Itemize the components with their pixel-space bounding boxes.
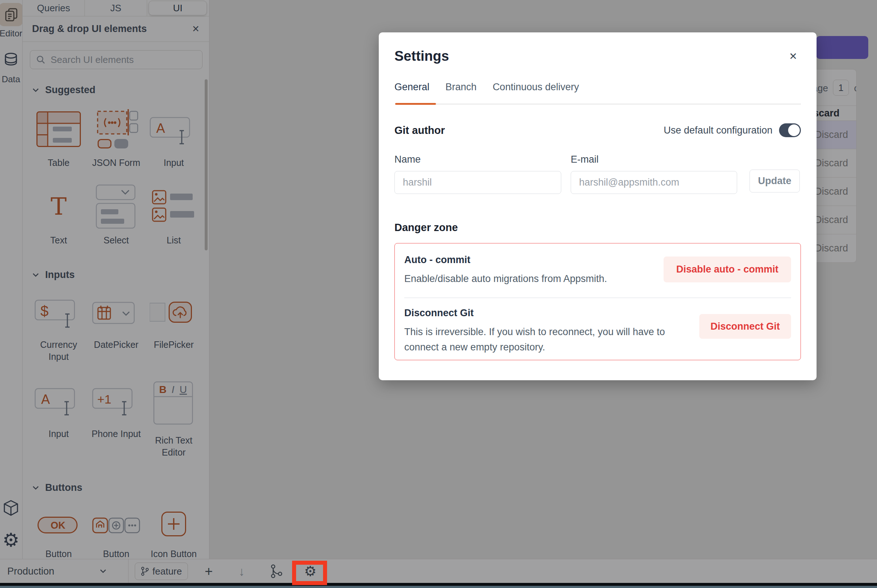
git-settings-modal: Settings ✕ General Branch Continuous del… [379, 32, 817, 380]
auto-commit-description: Enable/disable auto migrations from Apps… [404, 272, 607, 287]
disconnect-git-button[interactable]: Disconnect Git [699, 314, 791, 339]
toggle-knob [788, 124, 800, 136]
use-default-config-label: Use default configuration [663, 125, 772, 136]
tab-continuous-delivery[interactable]: Continuous delivery [493, 81, 579, 94]
appsmith-editor-screen: Page 1 of Discard Discard Discard Discar… [0, 0, 877, 588]
disable-auto-commit-button[interactable]: Disable auto - commit [663, 256, 791, 282]
danger-zone-heading: Danger zone [394, 222, 801, 234]
name-label: Name [394, 154, 561, 165]
danger-zone-box: Auto - commit Enable/disable auto migrat… [394, 243, 801, 360]
settings-tabs: General Branch Continuous delivery [394, 81, 801, 94]
use-default-config-toggle[interactable] [779, 123, 801, 137]
disconnect-git-title: Disconnect Git [404, 308, 692, 319]
tab-underline [394, 103, 801, 105]
active-tab-indicator [395, 103, 436, 105]
name-field[interactable] [394, 171, 561, 194]
tab-branch[interactable]: Branch [445, 81, 477, 94]
git-author-heading: Git author [394, 124, 445, 136]
disconnect-git-description: This is irreversible. If you wish to rec… [404, 325, 692, 355]
auto-commit-title: Auto - commit [404, 254, 607, 266]
email-label: E-mail [571, 154, 737, 165]
update-button[interactable]: Update [749, 170, 800, 192]
close-icon[interactable]: ✕ [789, 51, 797, 62]
email-field[interactable] [571, 171, 737, 194]
modal-title: Settings [394, 48, 449, 64]
annotation-highlight-rect [292, 561, 327, 585]
tab-general[interactable]: General [394, 81, 429, 94]
